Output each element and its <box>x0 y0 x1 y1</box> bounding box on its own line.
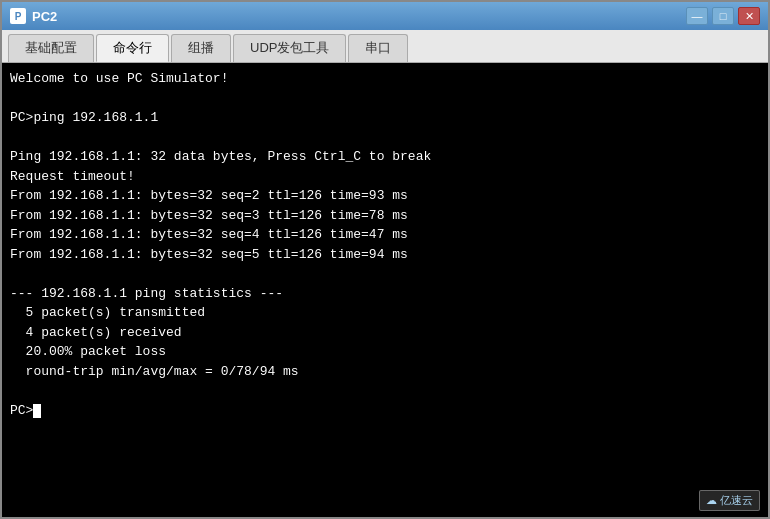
watermark: ☁ 亿速云 <box>699 490 760 511</box>
window: P PC2 — □ ✕ 基础配置 命令行 组播 UDP发包工具 串口 Welco… <box>0 0 770 519</box>
restore-button[interactable]: □ <box>712 7 734 25</box>
watermark-icon: ☁ <box>706 494 717 506</box>
window-icon: P <box>10 8 26 24</box>
terminal-cursor <box>33 404 41 418</box>
tab-basic[interactable]: 基础配置 <box>8 34 94 62</box>
tab-bar: 基础配置 命令行 组播 UDP发包工具 串口 <box>2 30 768 63</box>
window-title: PC2 <box>32 9 57 24</box>
terminal-container[interactable]: Welcome to use PC Simulator! PC>ping 192… <box>2 63 768 517</box>
minimize-button[interactable]: — <box>686 7 708 25</box>
terminal-output: Welcome to use PC Simulator! PC>ping 192… <box>10 69 760 420</box>
title-bar: P PC2 — □ ✕ <box>2 2 768 30</box>
title-controls: — □ ✕ <box>686 7 760 25</box>
close-button[interactable]: ✕ <box>738 7 760 25</box>
tab-serial[interactable]: 串口 <box>348 34 408 62</box>
tab-group[interactable]: 组播 <box>171 34 231 62</box>
tab-udp[interactable]: UDP发包工具 <box>233 34 346 62</box>
tab-cmd[interactable]: 命令行 <box>96 34 169 62</box>
title-bar-left: P PC2 <box>10 8 57 24</box>
watermark-text: 亿速云 <box>720 494 753 506</box>
